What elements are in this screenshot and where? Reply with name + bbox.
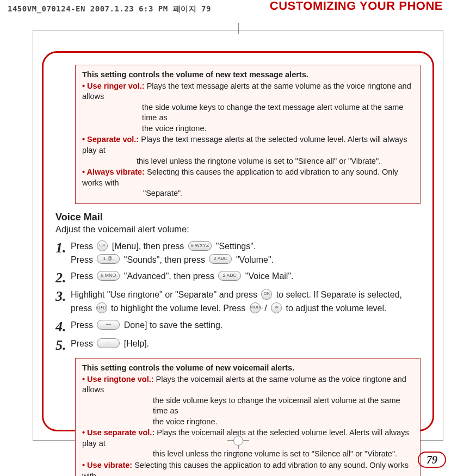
ok-key-icon: OK <box>261 289 272 300</box>
manual-page: 1450VM_070124-EN 2007.1.23 6:3 PM 페이지 79… <box>0 0 476 476</box>
content-frame: This setting controls the volume of new … <box>42 51 434 431</box>
step-text: [Help]. <box>121 339 149 348</box>
step-body: Press OK [Menu], then press 9 WXYZ "Sett… <box>71 240 421 267</box>
step-body: Press 6 MNO "Advanced", then press 2 ABC… <box>71 270 421 283</box>
info-title: This setting controls the volume of new … <box>82 70 413 81</box>
info-label: • Use separate vol.: <box>82 428 154 437</box>
step-number: 2. <box>55 271 71 285</box>
step-body: Press — [Help]. <box>71 337 421 351</box>
info-box-voicemail-alerts: This setting controls the volume of new … <box>75 358 421 476</box>
step-3: 3. Highlight "Use ringtone" or "Separate… <box>55 288 421 316</box>
step-text: Done] to save the setting. <box>121 320 222 330</box>
step-number: 4. <box>55 320 71 334</box>
info-box-text-alerts: This setting controls the volume of new … <box>75 65 421 204</box>
trim-box: CUSTOMIZING YOUR PHONE This setting cont… <box>33 30 443 441</box>
step-text: Press <box>71 320 95 330</box>
info-cont: the side volume keys to change the text … <box>82 102 413 123</box>
page-number: 79 <box>418 452 446 468</box>
key-9-icon: 9 WXYZ <box>188 241 212 251</box>
info-item: • Always vibrate: Selecting this causes … <box>82 167 413 188</box>
mail-key-icon: ✉ <box>271 302 282 313</box>
step-text: "Volume". <box>233 255 274 264</box>
step-text: Press <box>71 271 95 281</box>
step-text: "Settings". <box>213 242 256 251</box>
top-tick <box>238 23 239 34</box>
step-text: press <box>71 304 95 313</box>
info-item: • Separate vol.: Plays the text message … <box>82 134 413 156</box>
more-key-icon: MORE <box>250 302 261 313</box>
key-1-icon: 1 @. <box>97 254 120 264</box>
print-mark: 1450VM_070124-EN 2007.1.23 6:3 PM 페이지 79 <box>8 4 211 14</box>
step-5: 5. Press — [Help]. <box>55 337 421 353</box>
step-4: 4. Press — Done] to save the setting. <box>55 319 421 334</box>
info-item: • Use vibrate: Selecting this causes the… <box>82 460 413 476</box>
key-2-icon: 2 ABC <box>218 271 241 281</box>
step-text: to highlight the volume level. Press <box>109 304 248 313</box>
info-label: • Use ringtone vol.: <box>82 375 154 384</box>
step-number: 1. <box>55 241 71 255</box>
info-cont: the voice ringtone. <box>82 417 413 428</box>
info-label: • Use ringer vol.: <box>82 82 145 90</box>
softkey-icon: — <box>97 320 120 330</box>
step-text: / <box>262 304 269 313</box>
step-body: Highlight "Use ringtone" or "Separate" a… <box>71 288 421 316</box>
step-text: to select. If Separate is selected, <box>274 290 402 299</box>
registration-marks <box>33 437 443 443</box>
vibrate-icon: ((●)) <box>96 302 107 313</box>
info-item: • Use ringtone vol.: Plays the voicemail… <box>82 374 413 395</box>
step-2: 2. Press 6 MNO "Advanced", then press 2 … <box>55 270 421 285</box>
ok-key-icon: OK <box>97 240 108 251</box>
step-text: Press <box>71 255 95 264</box>
info-label: • Separate vol.: <box>82 135 139 144</box>
step-text: "Voice Mail". <box>243 271 293 281</box>
step-body: Press — Done] to save the setting. <box>71 319 421 332</box>
info-cont: the side volume keys to change the voice… <box>82 395 413 417</box>
step-number: 3. <box>55 289 71 304</box>
info-label: • Always vibrate: <box>82 168 145 176</box>
section-lead: Adjust the voicemail alert volume: <box>55 224 421 234</box>
page-title: CUSTOMIZING YOUR PHONE <box>270 0 443 13</box>
step-text: Press <box>71 242 95 251</box>
key-2-icon: 2 ABC <box>209 254 232 264</box>
info-cont: the voice ringtone. <box>82 123 413 134</box>
step-text: Press <box>71 339 95 348</box>
info-cont: this level unless the ringtone volume is… <box>82 449 413 460</box>
step-1: 1. Press OK [Menu], then press 9 WXYZ "S… <box>55 240 421 267</box>
info-label: • Use vibrate: <box>82 461 132 469</box>
section-heading: Voice Mail <box>55 212 421 223</box>
step-text: Highlight "Use ringtone" or "Separate" a… <box>71 290 259 299</box>
key-6-icon: 6 MNO <box>97 271 120 281</box>
info-item: • Use ringer vol.: Plays the text messag… <box>82 81 413 102</box>
info-title: This setting controls the volume of new … <box>82 363 413 374</box>
step-text: "Sounds", then press <box>121 255 207 264</box>
page-footer: 79 <box>418 454 446 466</box>
info-cont: "Separate". <box>82 188 413 199</box>
info-cont: this level unless the ringtone volume is… <box>82 156 413 167</box>
step-number: 5. <box>55 338 71 353</box>
step-text: [Menu], then press <box>109 242 186 251</box>
step-text: "Advanced", then press <box>121 271 217 281</box>
step-text: to adjust the volume level. <box>283 304 386 313</box>
softkey-icon: — <box>97 338 120 348</box>
